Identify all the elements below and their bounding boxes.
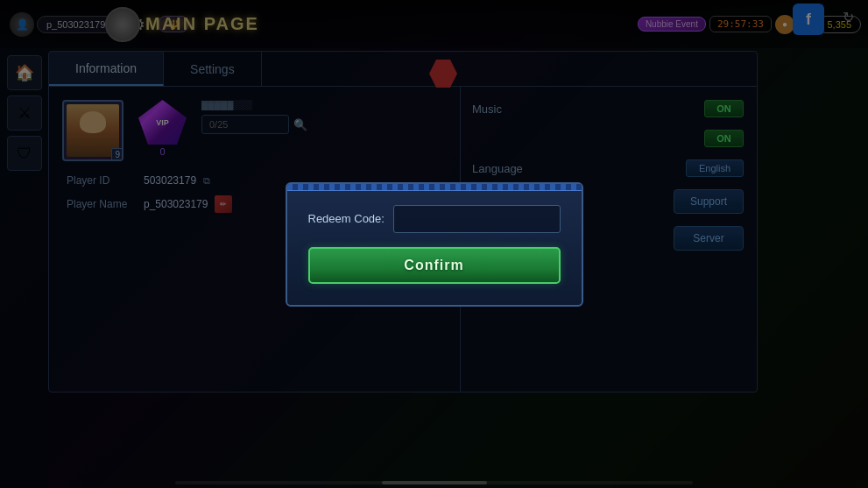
modal-top-bar — [287, 184, 582, 191]
confirm-button[interactable]: Confirm — [308, 247, 561, 284]
modal-overlay: Redeem Code: Confirm — [0, 0, 868, 488]
redeem-modal: Redeem Code: Confirm — [286, 182, 583, 307]
redeem-code-row: Redeem Code: — [308, 205, 561, 233]
redeem-code-label: Redeem Code: — [308, 212, 385, 225]
redeem-code-input[interactable] — [393, 205, 561, 233]
